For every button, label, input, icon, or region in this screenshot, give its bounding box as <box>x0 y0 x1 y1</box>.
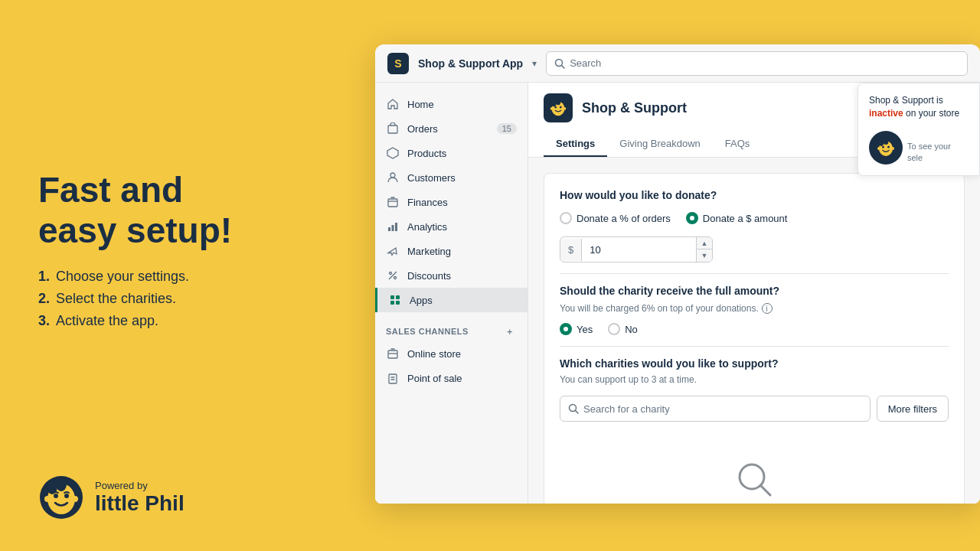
app-title: Shop & Support <box>582 100 687 116</box>
analytics-icon <box>386 220 400 233</box>
sales-channels-section: Sales channels ＋ <box>375 312 528 341</box>
divider-2 <box>560 346 949 347</box>
step-1: 1. Choose your settings. <box>38 269 337 285</box>
svg-point-39 <box>878 139 884 146</box>
sidebar-item-discounts[interactable]: Discounts <box>375 263 528 288</box>
tab-faqs[interactable]: FAQs <box>713 132 763 157</box>
donate-options: Donate a % of orders Donate a $ amount <box>560 212 949 224</box>
notification-text: Shop & Support is inactive on your store <box>869 94 969 120</box>
sidebar-item-marketing[interactable]: Marketing <box>375 239 528 263</box>
notification-avatar: To see your sele <box>869 131 969 165</box>
home-icon <box>386 97 400 111</box>
online-store-icon <box>386 347 400 360</box>
sidebar-item-apps[interactable]: Apps <box>375 288 528 312</box>
charity-search-icon <box>568 403 579 414</box>
orders-icon <box>386 122 400 135</box>
svg-point-8 <box>72 496 78 502</box>
svg-rect-13 <box>388 199 397 207</box>
spinner-down[interactable]: ▼ <box>697 249 712 262</box>
app-name-top: Shop & Support App <box>418 57 523 70</box>
svg-rect-15 <box>392 225 394 231</box>
svg-line-34 <box>576 411 579 414</box>
svg-point-42 <box>887 145 890 148</box>
more-filters-button[interactable]: More filters <box>877 396 949 422</box>
svg-point-18 <box>394 277 397 279</box>
finances-icon <box>386 195 400 209</box>
settings-card-donate: How would you like to donate? Donate a %… <box>544 173 965 504</box>
left-panel: Fast and easy setup! 1. Choose your sett… <box>0 0 375 551</box>
currency-symbol: $ <box>560 239 582 261</box>
charities-question: Which charities would you like to suppor… <box>560 357 949 370</box>
svg-rect-21 <box>390 301 394 305</box>
spinner-up[interactable]: ▲ <box>697 237 712 249</box>
svg-point-27 <box>551 99 557 106</box>
sidebar-item-home[interactable]: Home <box>375 92 528 116</box>
top-bar: S Shop & Support App ▾ Search <box>375 44 980 83</box>
svg-rect-16 <box>395 223 397 231</box>
sidebar-item-customers[interactable]: Customers <box>375 165 528 190</box>
svg-rect-23 <box>388 350 397 358</box>
svg-rect-11 <box>388 126 397 133</box>
svg-point-29 <box>554 106 557 109</box>
search-icon <box>554 58 565 69</box>
svg-rect-20 <box>396 295 400 299</box>
tab-giving-breakdown[interactable]: Giving Breakdown <box>607 132 713 157</box>
tab-settings[interactable]: Settings <box>544 132 607 157</box>
charge-note: You will be charged 6% on top of your do… <box>560 303 949 314</box>
spinner-buttons: ▲ ▼ <box>696 237 712 262</box>
to-see-text: To see your sele <box>907 141 969 165</box>
svg-line-36 <box>760 485 770 495</box>
sidebar-item-orders[interactable]: Orders 15 <box>375 116 528 141</box>
amount-value: 10 <box>582 239 696 261</box>
sidebar-item-point-of-sale[interactable]: Point of sale <box>375 366 528 390</box>
yes-option[interactable]: Yes <box>560 323 593 335</box>
charity-search-row: Search for a charity More filters <box>560 396 949 422</box>
svg-line-10 <box>562 65 565 68</box>
svg-point-5 <box>54 494 58 498</box>
step-2: 2. Select the charities. <box>38 291 337 307</box>
charities-note: You can support up to 3 at a time. <box>560 374 949 385</box>
sidebar-item-finances[interactable]: Finances <box>375 190 528 214</box>
search-bar[interactable]: Search <box>546 51 968 76</box>
svg-point-4 <box>56 478 67 491</box>
amount-input[interactable]: $ 10 ▲ ▼ <box>560 236 713 262</box>
no-radio[interactable] <box>608 323 620 335</box>
marketing-icon <box>386 244 400 258</box>
svg-point-7 <box>44 496 51 502</box>
apps-icon <box>388 293 402 307</box>
amount-input-row: $ 10 ▲ ▼ <box>560 236 949 262</box>
donate-percent-radio[interactable] <box>560 212 572 224</box>
svg-point-17 <box>390 272 392 275</box>
right-notification: Shop & Support is inactive on your store… <box>858 83 980 176</box>
yes-radio[interactable] <box>560 323 572 335</box>
svg-rect-24 <box>389 374 397 383</box>
yes-no-group: Yes No <box>560 323 949 335</box>
divider-1 <box>560 273 949 274</box>
svg-point-44 <box>891 147 894 150</box>
steps-list: 1. Choose your settings. 2. Select the c… <box>38 269 337 335</box>
donate-percent-option[interactable]: Donate a % of orders <box>560 212 671 224</box>
no-option[interactable]: No <box>608 323 638 335</box>
charity-search-placeholder: Search for a charity <box>583 403 670 415</box>
charity-search-input[interactable]: Search for a charity <box>560 396 871 422</box>
sidebar-item-products[interactable]: Products <box>375 141 528 165</box>
svg-point-40 <box>883 138 888 145</box>
donate-amount-radio[interactable] <box>686 212 698 224</box>
donate-amount-option[interactable]: Donate a $ amount <box>686 212 788 224</box>
sidebar: Home Orders 15 Products Customers <box>375 83 528 504</box>
app-dropdown-chevron[interactable]: ▾ <box>532 58 537 69</box>
notification-avatar-image <box>869 131 903 165</box>
little-phil-logo-icon <box>38 474 84 520</box>
info-icon[interactable]: i <box>762 303 773 314</box>
donate-question: How would you like to donate? <box>560 189 949 201</box>
add-sales-channel-icon[interactable]: ＋ <box>503 324 517 338</box>
little-phil-brand: Powered by little Phil <box>95 480 185 516</box>
sidebar-item-analytics[interactable]: Analytics <box>375 214 528 239</box>
app-icon-small: S <box>387 53 409 74</box>
svg-point-6 <box>64 494 69 498</box>
point-of-sale-icon <box>386 371 400 385</box>
sidebar-item-online-store[interactable]: Online store <box>375 341 528 366</box>
orders-badge: 15 <box>497 123 517 134</box>
svg-rect-22 <box>396 301 400 305</box>
svg-point-28 <box>556 99 561 105</box>
